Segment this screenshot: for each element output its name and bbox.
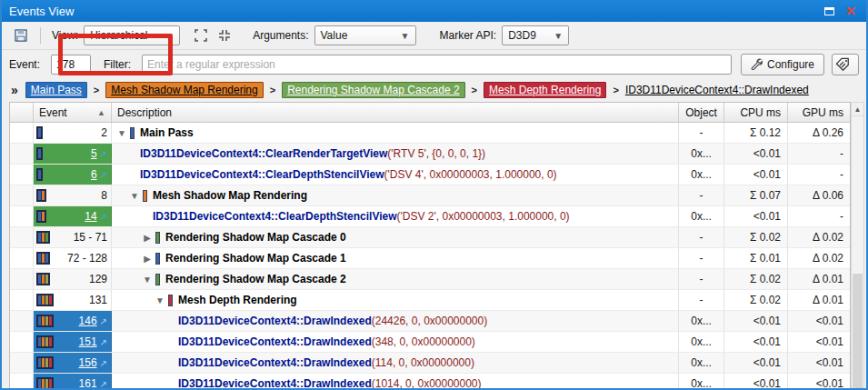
table-row[interactable]: 5 ↗ ID3D11DeviceContext4::ClearRenderTar… <box>10 144 850 165</box>
goto-event-icon[interactable]: ↗ <box>100 170 107 180</box>
expand-toggle-icon[interactable]: ▼ <box>155 295 165 305</box>
breadcrumb-item[interactable]: Mesh Depth Rendering <box>484 82 606 98</box>
export-report-icon[interactable] <box>11 25 31 45</box>
view-dropdown[interactable]: Hierarchical ▼ <box>84 25 180 45</box>
nesting-level-icon <box>36 210 46 223</box>
cpu-ms-cell: <0.01 <box>724 165 788 185</box>
breadcrumb-item[interactable]: ID3D11DeviceContext4::DrawIndexed <box>625 82 809 98</box>
table-row[interactable]: 151 ↗ ID3D11DeviceContext4::DrawIndexed … <box>10 332 850 353</box>
api-call-arguments: (1014, 0, 0x00000000) <box>372 377 482 388</box>
event-cell[interactable]: 2 ↗ <box>34 123 112 143</box>
table-row[interactable]: 146 ↗ ID3D11DeviceContext4::DrawIndexed … <box>10 311 850 332</box>
description-cell[interactable]: ID3D11DeviceContext4::DrawIndexed (114, … <box>112 353 679 373</box>
goto-event-icon[interactable]: ↗ <box>100 379 107 389</box>
table-row[interactable]: 72 - 128 ↗ ▶ Rendering Shadow Map Cascad… <box>10 248 850 269</box>
table-row[interactable]: 8 ↗ ▼ Mesh Shadow Map Rendering - Σ 0.07… <box>10 185 850 206</box>
event-number[interactable]: 2 <box>46 126 107 139</box>
description-cell[interactable]: ▼ Mesh Shadow Map Rendering <box>112 185 679 205</box>
arguments-dropdown[interactable]: Value ▼ <box>314 25 416 45</box>
description-cell[interactable]: ▼ Rendering Shadow Map Cascade 2 <box>112 269 679 289</box>
column-header-cpu-ms[interactable]: CPU ms <box>724 103 788 122</box>
event-cell[interactable]: 14 ↗ <box>34 206 112 226</box>
column-header-gutter[interactable] <box>10 103 34 122</box>
description-cell[interactable]: ID3D11DeviceContext4::DrawIndexed (348, … <box>112 332 679 352</box>
object-cell: 0x... <box>679 144 724 164</box>
expand-toggle-icon[interactable]: ▼ <box>129 191 140 201</box>
event-number[interactable]: 72 - 128 <box>54 252 107 265</box>
breadcrumb-item[interactable]: Mesh Shadow Map Rendering <box>105 82 263 98</box>
expand-toggle-icon[interactable]: ▼ <box>116 128 127 138</box>
event-number[interactable]: 6 <box>46 168 97 181</box>
table-row[interactable]: 6 ↗ ID3D11DeviceContext4::ClearDepthSten… <box>10 165 850 185</box>
float-window-icon[interactable] <box>821 4 837 18</box>
event-cell[interactable]: 131 ↗ <box>34 290 112 310</box>
goto-event-icon[interactable]: ↗ <box>100 358 107 368</box>
event-number[interactable]: 14 <box>50 210 97 223</box>
table-row[interactable]: 14 ↗ ID3D11DeviceContext4::ClearDepthSte… <box>10 206 850 227</box>
marker-api-dropdown[interactable]: D3D9 ▼ <box>502 25 569 45</box>
event-cell[interactable]: 5 ↗ <box>34 144 112 164</box>
column-header-description[interactable]: Description <box>112 103 679 122</box>
expand-all-icon[interactable] <box>191 25 211 45</box>
table-row[interactable]: 156 ↗ ID3D11DeviceContext4::DrawIndexed … <box>10 353 850 374</box>
description-cell[interactable]: ▶ Rendering Shadow Map Cascade 1 <box>112 248 679 268</box>
nesting-level-icon <box>36 126 43 139</box>
event-number[interactable]: 129 <box>54 273 107 285</box>
event-cell[interactable]: 146 ↗ <box>34 311 112 331</box>
event-number[interactable]: 131 <box>57 294 107 306</box>
expand-toggle-icon[interactable]: ▶ <box>142 254 153 264</box>
goto-event-icon[interactable]: ↗ <box>100 149 107 159</box>
goto-event-icon[interactable]: ↗ <box>100 212 107 222</box>
filter-input[interactable] <box>142 55 732 75</box>
column-header-gpu-ms[interactable]: GPU ms <box>788 103 850 122</box>
event-number-input[interactable] <box>51 55 91 75</box>
event-cell[interactable]: 151 ↗ <box>34 332 112 352</box>
close-icon[interactable]: ✕ <box>843 4 859 18</box>
description-cell[interactable]: ID3D11DeviceContext4::ClearDepthStencilV… <box>112 206 679 226</box>
description-cell[interactable]: ID3D11DeviceContext4::ClearRenderTargetV… <box>112 144 679 164</box>
configure-button[interactable]: Configure <box>741 54 824 75</box>
collapse-all-icon[interactable] <box>215 25 234 45</box>
table-row[interactable]: 161 ↗ ID3D11DeviceContext4::DrawIndexed … <box>10 374 850 388</box>
event-number[interactable]: 161 <box>57 377 97 388</box>
description-cell[interactable]: ID3D11DeviceContext4::DrawIndexed (1014,… <box>112 374 679 388</box>
table-row[interactable]: 131 ↗ ▼ Mesh Depth Rendering - Σ 0.02 Δ … <box>10 290 850 311</box>
table-row[interactable]: 2 ↗ ▼ Main Pass - Σ 0.12 Δ 0.26 <box>10 123 850 144</box>
event-number[interactable]: 151 <box>57 335 97 348</box>
description-cell[interactable]: ID3D11DeviceContext4::ClearDepthStencilV… <box>112 165 679 185</box>
event-number[interactable]: 15 - 71 <box>54 231 107 244</box>
event-number[interactable]: 5 <box>46 147 97 160</box>
breadcrumb-expand-icon[interactable]: » <box>11 83 18 97</box>
nesting-level-icon <box>36 252 50 265</box>
event-number[interactable]: 8 <box>50 189 107 202</box>
description-cell[interactable]: ▶ Rendering Shadow Map Cascade 0 <box>112 227 679 247</box>
description-cell[interactable]: ID3D11DeviceContext4::DrawIndexed (24426… <box>112 311 679 331</box>
breadcrumb-separator-icon: > <box>472 85 477 95</box>
expand-toggle-icon[interactable]: ▼ <box>142 275 153 285</box>
event-cell[interactable]: 8 ↗ <box>34 185 112 205</box>
event-cell[interactable]: 156 ↗ <box>34 353 112 373</box>
event-number[interactable]: 146 <box>57 315 97 327</box>
table-row[interactable]: 15 - 71 ↗ ▶ Rendering Shadow Map Cascade… <box>10 227 850 248</box>
table-row[interactable]: 129 ↗ ▼ Rendering Shadow Map Cascade 2 -… <box>10 269 850 290</box>
event-cell[interactable]: 72 - 128 ↗ <box>34 248 112 268</box>
goto-event-icon[interactable]: ↗ <box>100 316 107 326</box>
column-header-object[interactable]: Object <box>679 103 724 122</box>
event-cell[interactable]: 161 ↗ <box>34 374 112 388</box>
event-cell[interactable]: 129 ↗ <box>34 269 112 289</box>
expand-toggle-icon[interactable]: ▶ <box>142 233 153 243</box>
row-gutter <box>10 206 34 226</box>
description-cell[interactable]: ▼ Mesh Depth Rendering <box>112 290 679 310</box>
goto-event-icon[interactable]: ↗ <box>100 337 107 347</box>
scroll-up-icon[interactable]: ▲ <box>852 103 863 116</box>
breadcrumb-item[interactable]: Rendering Shadow Map Cascade 2 <box>282 82 464 98</box>
breadcrumb-item[interactable]: Main Pass <box>25 82 87 98</box>
vertical-scrollbar[interactable]: ▲ <box>851 102 864 388</box>
event-cell[interactable]: 15 - 71 ↗ <box>34 227 112 247</box>
event-cell[interactable]: 6 ↗ <box>34 165 112 185</box>
tag-filter-button[interactable] <box>832 54 859 75</box>
event-number[interactable]: 156 <box>57 356 97 369</box>
column-header-event[interactable]: Event ▲ <box>34 103 112 122</box>
description-cell[interactable]: ▼ Main Pass <box>112 123 679 143</box>
scrollbar-thumb[interactable] <box>853 274 863 390</box>
